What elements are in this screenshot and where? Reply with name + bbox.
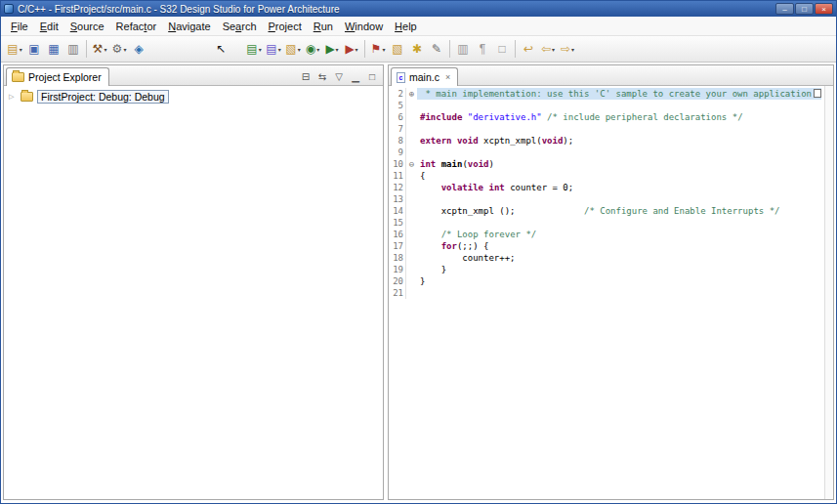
menu-navigate[interactable]: Navigate — [162, 19, 216, 34]
menu-edit[interactable]: Edit — [34, 19, 64, 34]
line-number[interactable]: 17 — [389, 240, 406, 252]
toggle-block-selection-icon[interactable]: □ — [492, 39, 512, 60]
code-area[interactable]: 2⊕ * main implementation: use this 'C' s… — [389, 86, 824, 499]
new-folder-icon[interactable]: ▧▾ — [283, 39, 303, 60]
menu-refactor[interactable]: Refactor — [110, 19, 163, 34]
code-text[interactable]: extern void xcptn_xmpl(void); — [417, 135, 573, 147]
code-line[interactable]: 21 — [389, 287, 824, 299]
code-text[interactable] — [417, 287, 420, 299]
code-text[interactable]: } — [417, 264, 446, 275]
code-text[interactable]: counter++; — [417, 252, 516, 264]
tab-close-icon[interactable]: × — [445, 72, 450, 82]
line-number[interactable]: 13 — [389, 193, 406, 205]
pencil-icon[interactable]: ✎ — [427, 39, 446, 60]
save-icon[interactable]: ▣ — [24, 39, 44, 60]
line-number[interactable]: 12 — [389, 182, 406, 193]
tab-main-c[interactable]: c main.c × — [391, 67, 458, 86]
code-text[interactable]: for(;;) { — [417, 240, 488, 252]
flash-programmer-icon[interactable]: ◈ — [129, 39, 148, 60]
code-text[interactable] — [417, 123, 420, 135]
menu-run[interactable]: Run — [308, 19, 339, 34]
code-text[interactable]: volatile int counter = 0; — [417, 182, 573, 193]
code-line[interactable]: 5 — [389, 100, 824, 111]
new-wizard-icon[interactable]: ▤▾ — [5, 39, 24, 60]
mark-occurrences-icon[interactable]: ▥ — [453, 39, 473, 60]
line-number[interactable]: 8 — [389, 135, 406, 147]
menu-search[interactable]: Search — [217, 19, 263, 34]
line-number[interactable]: 15 — [389, 217, 406, 229]
maximize-view-icon[interactable]: □ — [365, 71, 379, 82]
menu-help[interactable]: Help — [389, 19, 423, 34]
overview-ruler[interactable] — [824, 86, 833, 499]
line-number[interactable]: 20 — [389, 275, 406, 287]
code-line[interactable]: 8extern void xcptn_xmpl(void); — [389, 135, 824, 147]
code-line[interactable]: 15 — [389, 217, 824, 229]
line-number[interactable]: 11 — [389, 170, 406, 182]
back-icon[interactable]: ⇦▾ — [538, 39, 558, 60]
code-text[interactable]: { — [417, 170, 425, 182]
code-line[interactable]: 13 — [389, 193, 824, 205]
code-text[interactable]: int main(void) — [417, 158, 494, 170]
minimize-button[interactable]: – — [775, 3, 794, 15]
code-text[interactable]: * main implementation: use this 'C' samp… — [417, 88, 821, 100]
code-line[interactable]: 11{ — [389, 170, 824, 182]
save-all-icon[interactable]: ▦ — [44, 39, 63, 60]
fold-marker-icon[interactable]: ⊖ — [406, 158, 417, 170]
code-line[interactable]: 7 — [389, 123, 824, 135]
code-text[interactable]: /* Loop forever */ — [417, 229, 536, 240]
code-text[interactable]: } — [417, 275, 425, 287]
tree-item-project[interactable]: ▷FirstProject: Debug: Debug — [6, 89, 381, 105]
code-text[interactable] — [417, 147, 420, 158]
new-source-file-icon[interactable]: ▤▾ — [264, 39, 283, 60]
code-line[interactable]: 18 counter++; — [389, 252, 824, 264]
fold-marker-icon[interactable]: ⊕ — [406, 88, 417, 100]
minimize-view-icon[interactable]: ▁ — [349, 71, 362, 82]
code-line[interactable]: 20} — [389, 275, 824, 287]
code-line[interactable]: 12 volatile int counter = 0; — [389, 182, 824, 193]
line-number[interactable]: 10 — [389, 158, 406, 170]
code-text[interactable]: xcptn_xmpl (); /* Configure and Enable I… — [417, 205, 779, 217]
link-with-editor-icon[interactable]: ⇆ — [315, 71, 329, 82]
code-text[interactable] — [417, 193, 420, 205]
code-line[interactable]: 16 /* Loop forever */ — [389, 229, 824, 240]
print-icon[interactable]: ▥ — [63, 39, 83, 60]
external-tools-icon[interactable]: ⚑▾ — [368, 39, 388, 60]
menu-file[interactable]: File — [5, 19, 34, 34]
line-number[interactable]: 14 — [389, 205, 406, 217]
line-number[interactable]: 18 — [389, 252, 406, 264]
line-number[interactable]: 6 — [389, 111, 406, 123]
expander-icon[interactable]: ▷ — [9, 93, 17, 101]
line-number[interactable]: 2 — [389, 88, 406, 100]
line-number[interactable]: 9 — [389, 147, 406, 158]
build-config-icon[interactable]: ⚙▾ — [109, 39, 129, 60]
collapsed-region-box[interactable] — [814, 89, 821, 98]
menu-source[interactable]: Source — [64, 19, 110, 34]
profile-icon[interactable]: ▶▾ — [342, 39, 361, 60]
code-line[interactable]: 2⊕ * main implementation: use this 'C' s… — [389, 88, 824, 100]
tab-project-explorer[interactable]: Project Explorer — [6, 67, 109, 86]
maximize-button[interactable]: □ — [795, 3, 814, 15]
code-text[interactable] — [417, 100, 420, 111]
code-line[interactable]: 14 xcptn_xmpl (); /* Configure and Enabl… — [389, 205, 824, 217]
build-all-icon[interactable]: ⚒▾ — [90, 39, 109, 60]
run-icon[interactable]: ▶▾ — [322, 39, 342, 60]
code-text[interactable]: #include "derivative.h" /* include perip… — [417, 111, 743, 123]
code-line[interactable]: 19 } — [389, 264, 824, 275]
line-number[interactable]: 7 — [389, 123, 406, 135]
collapse-all-icon[interactable]: ⊟ — [299, 71, 313, 82]
debug-icon[interactable]: ◉▾ — [303, 39, 322, 60]
line-number[interactable]: 19 — [389, 264, 406, 275]
code-line[interactable]: 17 for(;;) { — [389, 240, 824, 252]
last-edit-location-icon[interactable]: ↩ — [519, 39, 538, 60]
menu-project[interactable]: Project — [263, 19, 308, 34]
magic-wand-icon[interactable]: ✱ — [407, 39, 427, 60]
show-whitespace-icon[interactable]: ¶ — [473, 39, 492, 60]
line-number[interactable]: 21 — [389, 287, 406, 299]
line-number[interactable]: 16 — [389, 229, 406, 240]
close-button[interactable]: × — [815, 3, 833, 15]
code-line[interactable]: 10⊖int main(void) — [389, 158, 824, 170]
code-line[interactable]: 6#include "derivative.h" /* include peri… — [389, 111, 824, 123]
line-number[interactable]: 5 — [389, 100, 406, 111]
select-tool-icon[interactable]: ↖ — [211, 39, 230, 60]
view-menu-icon[interactable]: ▽ — [332, 71, 346, 82]
